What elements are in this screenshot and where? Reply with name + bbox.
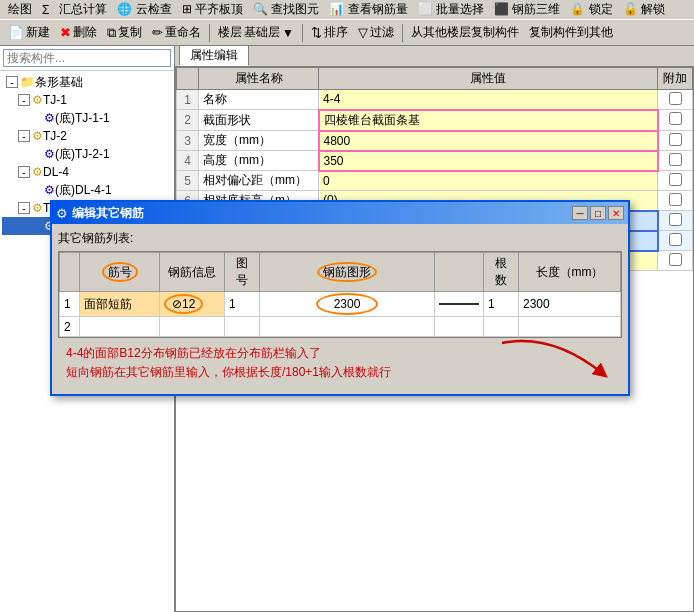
menu-lock[interactable]: 🔒 锁定 [566, 0, 616, 19]
search-box [0, 46, 174, 71]
dialog-table-row-1: 1 面部短筋 ⊘12 1 2300 1 2300 [60, 292, 621, 317]
dialog-col-count: 根数 [484, 253, 519, 292]
prop-row-2: 2 截面形状 四棱锥台截面条基 [177, 110, 693, 131]
dialog-col-empty [435, 253, 484, 292]
toolbar: 📄 新建 ✖ 删除 ⧉ 复制 ✏ 重命名 楼层 基础层 ▼ ⇅ 排序 ▽ 过滤 … [0, 20, 694, 46]
prop-idx-5: 5 [177, 171, 199, 191]
prop-attach-9 [658, 251, 693, 271]
tj1-1-label: (底)TJ-1-1 [55, 110, 110, 127]
prop-name-5: 相对偏心距（mm） [199, 171, 319, 191]
menu-view-rebar[interactable]: 📊 查看钢筋量 [325, 0, 411, 19]
floor-selector[interactable]: 楼层 基础层 ▼ [214, 22, 298, 43]
prop-attach-3 [658, 131, 693, 151]
prop-idx-1: 1 [177, 90, 199, 110]
prop-val-5[interactable]: 0 [319, 171, 658, 191]
menu-sigma[interactable]: Σ [38, 2, 53, 18]
prop-attach-1 [658, 90, 693, 110]
dialog-row2-figno[interactable] [225, 317, 260, 337]
dialog-row2-info[interactable] [160, 317, 225, 337]
dialog-content: 其它钢筋列表: 筋号 钢筋信息 图号 钢筋图形 根 [52, 224, 628, 394]
sort-button[interactable]: ⇅ 排序 [307, 22, 352, 43]
copy-from-button[interactable]: 从其他楼层复制构件 [407, 22, 523, 43]
dialog-maximize-button[interactable]: □ [590, 206, 606, 220]
tj3-icon: ⚙ [32, 201, 43, 215]
prop-row-4: 4 高度（mm） 350 [177, 151, 693, 171]
dialog-table: 筋号 钢筋信息 图号 钢筋图形 根数 长度（mm） [59, 252, 621, 337]
annotation-box: 4-4的面部B12分布钢筋已经放在分布筋栏输入了 短向钢筋在其它钢筋里输入，你根… [58, 338, 622, 388]
prop-val-2[interactable]: 四棱锥台截面条基 [319, 110, 658, 131]
tab-property-edit[interactable]: 属性编辑 [179, 45, 249, 66]
expand-root[interactable]: - [6, 76, 18, 88]
menu-cloud-check[interactable]: 🌐 云检查 [113, 0, 175, 19]
info-circled: ⊘12 [164, 294, 203, 314]
dialog-row1-info[interactable]: ⊘12 [160, 292, 225, 317]
copy-to-button[interactable]: 复制构件到其他 [525, 22, 617, 43]
tj1-icon: ⚙ [32, 93, 43, 107]
root-label: 条形基础 [35, 74, 83, 91]
expand-tj1[interactable]: - [18, 94, 30, 106]
search-input[interactable] [3, 49, 171, 67]
separator-2 [302, 24, 303, 42]
dialog-titlebar: ⚙ 编辑其它钢筋 ─ □ ✕ [52, 202, 628, 224]
dialog-row1-count[interactable]: 1 [484, 292, 519, 317]
expand-tj2[interactable]: - [18, 130, 30, 142]
filter-button[interactable]: ▽ 过滤 [354, 22, 398, 43]
tab-bar: 属性编辑 [175, 46, 694, 66]
dialog-row1-idx: 1 [60, 292, 80, 317]
menu-drawing[interactable]: 绘图 [4, 0, 36, 19]
delete-button[interactable]: ✖ 删除 [56, 22, 101, 43]
sort-icon: ⇅ [311, 25, 322, 40]
dialog-row2-name[interactable] [80, 317, 160, 337]
expand-dl4[interactable]: - [18, 166, 30, 178]
dialog-row1-name[interactable]: 面部短筋 [80, 292, 160, 317]
tree-node-dl4[interactable]: - ⚙ DL-4 [2, 163, 172, 181]
tree-node-tj2-1[interactable]: ⚙ (底)TJ-2-1 [2, 145, 172, 163]
tree-root[interactable]: - 📁 条形基础 [2, 73, 172, 91]
rename-button[interactable]: ✏ 重命名 [148, 22, 205, 43]
menu-calculate[interactable]: 汇总计算 [55, 0, 111, 19]
tj1-1-icon: ⚙ [44, 111, 55, 125]
dialog-row2-shape[interactable] [260, 317, 435, 337]
tree-node-tj1-1[interactable]: ⚙ (底)TJ-1-1 [2, 109, 172, 127]
tree-node-dl4-1[interactable]: ⚙ (底)DL-4-1 [2, 181, 172, 199]
prop-attach-2 [658, 110, 693, 131]
prop-row-1: 1 名称 4-4 [177, 90, 693, 110]
dialog-close-button[interactable]: ✕ [608, 206, 624, 220]
prop-val-4[interactable]: 350 [319, 151, 658, 171]
tree-node-tj2[interactable]: - ⚙ TJ-2 [2, 127, 172, 145]
dialog-col-figno: 图号 [225, 253, 260, 292]
dialog-window-controls: ─ □ ✕ [572, 206, 624, 220]
menu-unlock[interactable]: 🔓 解锁 [619, 0, 669, 19]
root-icon: 📁 [20, 75, 35, 89]
dl4-label: DL-4 [43, 165, 69, 179]
dialog-col-length: 长度（mm） [519, 253, 621, 292]
tj2-icon: ⚙ [32, 129, 43, 143]
dl4-icon: ⚙ [32, 165, 43, 179]
menu-find-element[interactable]: 🔍 查找图元 [249, 0, 323, 19]
prop-attach-8 [658, 231, 693, 251]
new-button[interactable]: 📄 新建 [4, 22, 54, 43]
tree-node-tj1[interactable]: - ⚙ TJ-1 [2, 91, 172, 109]
dl4-1-icon: ⚙ [44, 183, 55, 197]
prop-idx-3: 3 [177, 131, 199, 151]
menu-align-top[interactable]: ⊞ 平齐板顶 [178, 0, 247, 19]
prop-attach-5 [658, 171, 693, 191]
expand-tj3[interactable]: - [18, 202, 30, 214]
dialog-row1-length[interactable]: 2300 [519, 292, 621, 317]
prop-val-3[interactable]: 4800 [319, 131, 658, 151]
prop-val-1[interactable]: 4-4 [319, 90, 658, 110]
col-header-value: 属性值 [319, 68, 658, 90]
menu-bar: 绘图 Σ 汇总计算 🌐 云检查 ⊞ 平齐板顶 🔍 查找图元 📊 查看钢筋量 ⬜ … [0, 0, 694, 20]
dialog-minimize-button[interactable]: ─ [572, 206, 588, 220]
col-header-name: 属性名称 [199, 68, 319, 90]
prop-attach-4 [658, 151, 693, 171]
menu-batch-select[interactable]: ⬜ 批量选择 [414, 0, 488, 19]
rename-icon: ✏ [152, 25, 163, 40]
dialog-row1-figno[interactable]: 1 [225, 292, 260, 317]
dialog-col-barno: 筋号 [80, 253, 160, 292]
copy-button[interactable]: ⧉ 复制 [103, 22, 146, 43]
menu-rebar-3d[interactable]: ⬛ 钢筋三维 [490, 0, 564, 19]
prop-row-3: 3 宽度（mm） 4800 [177, 131, 693, 151]
prop-idx-2: 2 [177, 110, 199, 131]
dialog-row1-shape[interactable]: 2300 [260, 292, 435, 317]
